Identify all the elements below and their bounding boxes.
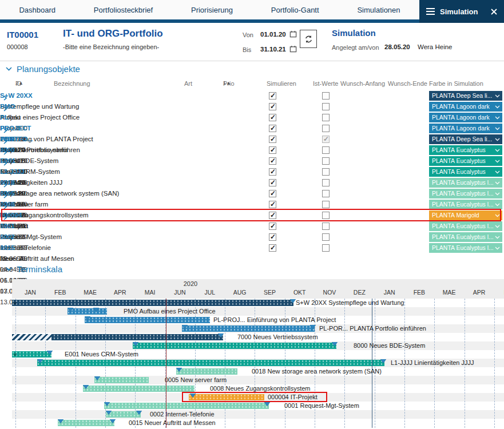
- farbe-dropdown[interactable]: PLANTA Marigold: [429, 210, 502, 220]
- table-row[interactable]: 0008Neues ZugangskontrollsystemVorhaben9…: [0, 199, 504, 210]
- ist-werte-checkbox[interactable]: [322, 168, 330, 176]
- table-row[interactable]: 0002Internet-TelefonieIdee99906.04.2007.…: [0, 232, 504, 243]
- simulieren-checkbox[interactable]: [269, 233, 276, 241]
- simulieren-checkbox[interactable]: [269, 190, 276, 197]
- table-row[interactable]: E001Neues CRM-SystemProjekt44011.12.1905…: [0, 156, 504, 166]
- simulieren-checkbox[interactable]: [269, 136, 276, 143]
- section-terminskala[interactable]: Terminskala: [6, 264, 62, 274]
- gantt-bar[interactable]: [189, 394, 264, 400]
- nav-item-portfolio-gantt[interactable]: Portfolio-Gantt: [271, 6, 319, 14]
- simulieren-checkbox[interactable]: [269, 146, 276, 154]
- ist-werte-checkbox[interactable]: [322, 201, 330, 208]
- portfolio-subtitle-input[interactable]: -Bitte eine Bezeichnung eingeben-: [63, 43, 159, 50]
- table-row[interactable]: 8000Neues BDE-SystemProjekt43001.05.2025…: [0, 145, 504, 156]
- gantt-bar[interactable]: [176, 368, 237, 375]
- simulieren-checkbox[interactable]: [269, 103, 276, 110]
- row-id[interactable]: 0002: [0, 232, 37, 243]
- table-row[interactable]: 7000Neues VertriebssystemProjekt14017.12…: [0, 134, 504, 145]
- simulieren-checkbox[interactable]: [269, 157, 276, 165]
- simulieren-checkbox[interactable]: [269, 114, 276, 121]
- farbe-dropdown[interactable]: PLANTA Eucalyptus: [429, 167, 502, 177]
- col-ist-werte[interactable]: Ist-Werte: [313, 80, 338, 87]
- gantt-bar[interactable]: [182, 325, 315, 332]
- gantt-bar[interactable]: [37, 360, 384, 366]
- calendar-icon-von[interactable]: [289, 30, 297, 38]
- refresh-button[interactable]: [300, 30, 317, 48]
- farbe-dropdown[interactable]: PLANTA Eucalyptus l...: [429, 200, 502, 209]
- farbe-dropdown[interactable]: PLANTA Eucalyptus l...: [429, 232, 502, 242]
- bis-date-field[interactable]: 31.10.21: [260, 46, 286, 53]
- hamburger-menu-icon[interactable]: [426, 8, 435, 15]
- ist-werte-checkbox[interactable]: [322, 103, 330, 110]
- ist-werte-checkbox[interactable]: [322, 146, 330, 154]
- gantt-bar[interactable]: «: [12, 300, 293, 306]
- ist-werte-checkbox[interactable]: [322, 212, 330, 219]
- farbe-dropdown[interactable]: PLANTA Eucalyptus l...: [429, 178, 502, 188]
- ist-werte-checkbox[interactable]: [322, 233, 330, 241]
- col-art[interactable]: Art: [184, 80, 192, 87]
- gantt-bar[interactable]: [133, 343, 336, 349]
- simulieren-checkbox[interactable]: [269, 212, 276, 219]
- table-row[interactable]: 000004IT-ProjektProjekt99929.06.20PLANTA…: [0, 210, 504, 221]
- col-farbe[interactable]: Farbe in Simulation: [429, 80, 483, 87]
- ist-werte-checkbox[interactable]: [322, 136, 330, 143]
- farbe-dropdown[interactable]: PLANTA Eucalyptus l...: [429, 243, 502, 253]
- simulieren-checkbox[interactable]: [269, 244, 276, 252]
- simulieren-checkbox[interactable]: [269, 168, 276, 176]
- section-planungsobjekte[interactable]: Planungsobjekte: [6, 64, 80, 74]
- nav-item-simulationen[interactable]: Simulationen: [357, 6, 400, 14]
- close-icon[interactable]: [491, 9, 497, 15]
- table-row[interactable]: 0001Request-Mgt-SystemIdee99904.04.2001.…: [0, 221, 504, 232]
- farbe-dropdown[interactable]: PLANTA Eucalyptus: [429, 145, 502, 155]
- simulieren-checkbox[interactable]: [269, 179, 276, 186]
- table-row[interactable]: 0005New server farmVorhaben91023.03.20PL…: [0, 188, 504, 199]
- col-bezeichnung[interactable]: Bezeichnung: [54, 80, 90, 87]
- row-id[interactable]: 0001: [0, 221, 37, 232]
- farbe-dropdown[interactable]: PLANTA Deep Sea li...: [429, 91, 502, 101]
- ist-werte-checkbox[interactable]: [322, 223, 330, 230]
- table-row[interactable]: S+W 20XXSystempflege und WartungProjekt1…: [0, 90, 504, 101]
- simulieren-checkbox[interactable]: [269, 223, 276, 230]
- col-wunsch-anfang[interactable]: Wunsch-Anfang: [340, 80, 385, 87]
- table-row[interactable]: 0018New storage area network system (SAN…: [0, 177, 504, 188]
- gantt-bar[interactable]: [12, 334, 223, 340]
- ist-werte-checkbox[interactable]: [322, 244, 330, 252]
- table-row[interactable]: L1-JJJJLinientätigkeiten JJJJProjekt5301…: [0, 166, 504, 177]
- tab-simulation[interactable]: Simulation: [419, 0, 504, 23]
- calendar-icon-bis[interactable]: [289, 45, 297, 53]
- col-simulieren[interactable]: Simulieren: [267, 80, 296, 87]
- ist-werte-checkbox[interactable]: [322, 157, 330, 165]
- simulieren-checkbox[interactable]: [269, 92, 276, 100]
- simulieren-checkbox[interactable]: [269, 201, 276, 208]
- table-row[interactable]: PL-PORTFO...PLANTA Portfolio einführenPr…: [0, 123, 504, 134]
- row-id[interactable]: L1-JJJJ: [0, 166, 37, 177]
- ist-werte-checkbox[interactable]: [322, 179, 330, 186]
- gantt-bar[interactable]: [83, 386, 195, 392]
- table-row[interactable]: PL-PROJECTEinführung von PLANTA ProjectP…: [0, 112, 504, 123]
- gantt-bar[interactable]: [85, 317, 210, 323]
- table-row[interactable]: 0015Neuer Auftritt auf MessenIdee99913.0…: [0, 243, 504, 253]
- gantt-bar[interactable]: [68, 308, 107, 315]
- von-date-field[interactable]: 01.01.20: [260, 31, 286, 38]
- farbe-dropdown[interactable]: PLANTA Lagoon dark: [429, 113, 502, 122]
- ist-werte-checkbox[interactable]: [322, 92, 330, 100]
- ist-werte-checkbox[interactable]: [322, 190, 330, 197]
- farbe-dropdown[interactable]: PLANTA Eucalyptus l...: [429, 189, 502, 198]
- gantt-bar[interactable]: [58, 420, 114, 426]
- gantt-bar[interactable]: «: [12, 351, 51, 357]
- farbe-dropdown[interactable]: PLANTA Lagoon dark: [429, 102, 502, 112]
- table-row[interactable]: PMOAufbau eines Project OfficeProjekt110…: [0, 101, 504, 112]
- farbe-dropdown[interactable]: PLANTA Lagoon dark: [429, 124, 502, 133]
- simulieren-checkbox[interactable]: [269, 125, 276, 132]
- nav-item-priorisierung[interactable]: Priorisierung: [191, 6, 233, 14]
- gantt-bar[interactable]: [104, 403, 269, 409]
- farbe-dropdown[interactable]: PLANTA Eucalyptus: [429, 156, 502, 166]
- farbe-dropdown[interactable]: PLANTA Eucalyptus l...: [429, 221, 502, 231]
- gantt-bar[interactable]: [94, 377, 149, 383]
- nav-item-portfoliosteckbrief[interactable]: Portfoliosteckbrief: [94, 6, 153, 14]
- nav-item-dashboard[interactable]: Dashboard: [19, 6, 55, 14]
- col-wunsch-ende[interactable]: Wunsch-Ende: [388, 80, 427, 87]
- row-id[interactable]: 0015: [0, 243, 37, 253]
- ist-werte-checkbox[interactable]: [322, 114, 330, 121]
- farbe-dropdown[interactable]: PLANTA Deep Sea li...: [429, 134, 502, 144]
